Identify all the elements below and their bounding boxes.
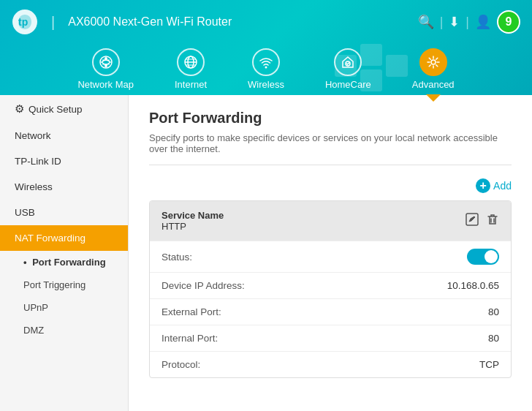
wireless-icon bbox=[252, 48, 280, 76]
status-label: Status: bbox=[162, 252, 271, 263]
external-port-row: External Port: 80 bbox=[150, 298, 511, 325]
main-layout: ⚙ Quick Setup Network TP-Link ID Wireles… bbox=[0, 95, 532, 411]
main-nav: Network Map Internet bbox=[0, 44, 532, 94]
protocol-label: Protocol: bbox=[162, 359, 271, 370]
page-title: Port Forwarding bbox=[149, 110, 512, 127]
sidebar-label-wireless: Wireless bbox=[15, 181, 53, 192]
protocol-value: TCP bbox=[479, 359, 499, 370]
nav-item-homecare[interactable]: HomeCare bbox=[305, 44, 392, 94]
bullet-icon: • bbox=[23, 257, 27, 268]
add-icon: + bbox=[476, 178, 490, 193]
sidebar: ⚙ Quick Setup Network TP-Link ID Wireles… bbox=[0, 95, 129, 411]
sidebar-sub-item-dmz[interactable]: DMZ bbox=[0, 319, 128, 342]
nav-label-network-map: Network Map bbox=[77, 79, 134, 90]
service-name-label: Service Name bbox=[162, 210, 224, 221]
internal-port-row: Internal Port: 80 bbox=[150, 325, 511, 351]
delete-icon[interactable] bbox=[486, 213, 499, 229]
forwarding-card: Service Name HTTP bbox=[149, 200, 512, 378]
network-map-icon bbox=[92, 48, 120, 76]
nav-label-internet: Internet bbox=[175, 79, 207, 90]
sidebar-sub-item-port-forwarding[interactable]: • Port Forwarding bbox=[0, 251, 128, 274]
quick-setup-icon: ⚙ bbox=[15, 102, 24, 116]
device-ip-row: Device IP Address: 10.168.0.65 bbox=[150, 272, 511, 298]
card-header-actions bbox=[466, 213, 499, 229]
sidebar-label-network: Network bbox=[15, 130, 51, 141]
add-button[interactable]: + Add bbox=[476, 178, 512, 193]
header: tp | AX6000 Next-Gen Wi-Fi Router 🔍 | ⬇ … bbox=[0, 0, 532, 95]
service-name-area: Service Name HTTP bbox=[162, 210, 224, 232]
internal-port-value: 80 bbox=[488, 333, 499, 344]
protocol-row: Protocol: TCP bbox=[150, 351, 511, 377]
nav-item-network-map[interactable]: Network Map bbox=[57, 44, 154, 94]
add-label: Add bbox=[493, 180, 512, 192]
tplink-logo: tp bbox=[12, 9, 38, 35]
sidebar-item-quick-setup[interactable]: ⚙ Quick Setup bbox=[0, 95, 128, 123]
external-port-value: 80 bbox=[488, 306, 499, 317]
svg-point-18 bbox=[431, 60, 436, 64]
notification-badge[interactable]: 9 bbox=[497, 10, 520, 34]
sidebar-item-nat-forwarding[interactable]: NAT Forwarding bbox=[0, 225, 128, 251]
service-name-value: HTTP bbox=[162, 221, 224, 232]
edit-icon[interactable] bbox=[466, 213, 479, 229]
add-btn-row: + Add bbox=[149, 178, 512, 193]
download-icon[interactable]: ⬇ bbox=[446, 11, 463, 33]
nav-label-wireless: Wireless bbox=[248, 79, 284, 90]
svg-point-7 bbox=[104, 57, 107, 60]
sidebar-item-usb[interactable]: USB bbox=[0, 200, 128, 225]
svg-point-8 bbox=[104, 64, 107, 67]
nav-label-homecare: HomeCare bbox=[325, 79, 371, 90]
advanced-icon bbox=[419, 48, 447, 76]
content-area: Port Forwarding Specify ports to make sp… bbox=[129, 95, 532, 411]
device-ip-value: 10.168.0.65 bbox=[447, 280, 499, 291]
sidebar-label-usb: USB bbox=[15, 207, 35, 218]
user-icon[interactable]: 👤 bbox=[472, 11, 494, 33]
sidebar-label-port-triggering: Port Triggering bbox=[23, 279, 86, 290]
header-title: AX6000 Next-Gen Wi-Fi Router bbox=[68, 15, 232, 29]
sidebar-item-tplink-id[interactable]: TP-Link ID bbox=[0, 148, 128, 174]
status-row: Status: bbox=[150, 241, 511, 272]
homecare-icon bbox=[334, 48, 362, 76]
status-toggle[interactable] bbox=[467, 249, 499, 265]
sidebar-label-nat-forwarding: NAT Forwarding bbox=[15, 233, 86, 244]
internal-port-label: Internal Port: bbox=[162, 333, 271, 344]
nav-item-wireless[interactable]: Wireless bbox=[227, 44, 305, 94]
external-port-label: External Port: bbox=[162, 306, 271, 317]
search-icon[interactable]: 🔍 bbox=[415, 11, 437, 33]
svg-point-16 bbox=[265, 67, 267, 69]
sidebar-label-dmz: DMZ bbox=[23, 325, 44, 336]
sidebar-label-upnp: UPnP bbox=[23, 302, 48, 313]
logo-divider: | bbox=[51, 14, 55, 31]
page-description: Specify ports to make specific devices o… bbox=[149, 132, 512, 165]
sidebar-item-network[interactable]: Network bbox=[0, 123, 128, 148]
sidebar-label-quick-setup: Quick Setup bbox=[28, 104, 83, 115]
sidebar-item-wireless[interactable]: Wireless bbox=[0, 174, 128, 200]
device-ip-label: Device IP Address: bbox=[162, 280, 271, 291]
nav-label-advanced: Advanced bbox=[412, 79, 455, 90]
nav-item-internet[interactable]: Internet bbox=[154, 44, 227, 94]
sidebar-sub-item-upnp[interactable]: UPnP bbox=[0, 296, 128, 319]
card-header: Service Name HTTP bbox=[150, 201, 511, 241]
header-icons: 🔍 | ⬇ | 👤 9 bbox=[415, 10, 520, 34]
sidebar-sub-item-port-triggering[interactable]: Port Triggering bbox=[0, 274, 128, 296]
svg-text:tp: tp bbox=[18, 16, 28, 28]
logo-area: tp | AX6000 Next-Gen Wi-Fi Router bbox=[12, 9, 232, 35]
sidebar-label-port-forwarding: Port Forwarding bbox=[32, 257, 105, 268]
nav-item-advanced[interactable]: Advanced bbox=[392, 44, 475, 94]
sidebar-label-tplink-id: TP-Link ID bbox=[15, 156, 61, 167]
internet-icon bbox=[177, 48, 205, 76]
